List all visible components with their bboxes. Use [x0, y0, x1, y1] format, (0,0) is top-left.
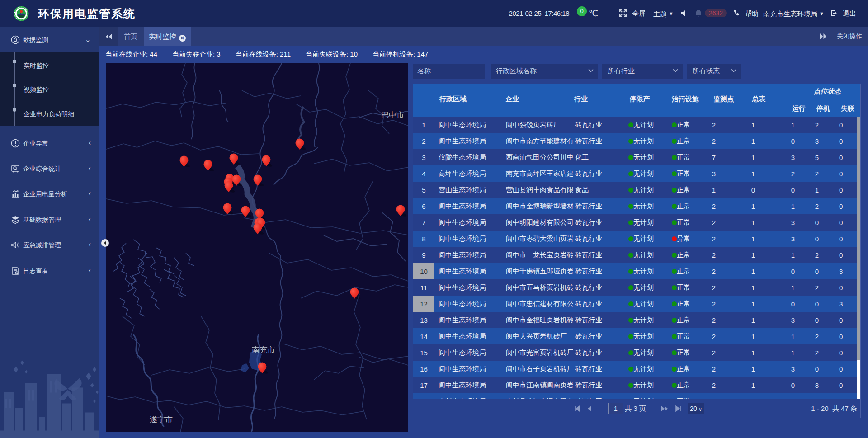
svg-text:巴中市: 巴中市	[381, 111, 404, 119]
svg-text:南充市: 南充市	[252, 346, 275, 354]
svg-text:遂宁市: 遂宁市	[150, 415, 173, 424]
